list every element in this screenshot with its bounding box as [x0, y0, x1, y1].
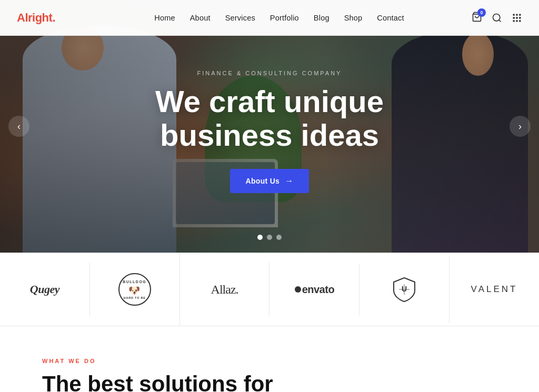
nav-about[interactable]: About — [190, 14, 211, 22]
svg-rect-6 — [516, 17, 517, 18]
svg-rect-8 — [513, 20, 515, 22]
hero-section: Finance & Consulting Company We craft un… — [0, 0, 539, 253]
dot-2[interactable] — [267, 235, 272, 240]
brands-section: Qugey BULLDOG 🐶 HARD TO BE Allaz. envato… — [0, 253, 539, 326]
brand-envato[interactable]: envato — [270, 264, 360, 316]
section-title: The best solutions for — [42, 371, 295, 392]
nav-portfolio[interactable]: Portfolio — [270, 14, 299, 22]
brand-qugey[interactable]: Qugey — [0, 263, 90, 316]
brand-allaz-logo: Allaz. — [211, 283, 238, 297]
svg-rect-3 — [516, 14, 517, 15]
site-logo[interactable]: Alright. — [17, 11, 55, 25]
hero-cta-button[interactable]: About Us → — [230, 169, 310, 193]
hero-title-line1: We craft unique — [155, 84, 384, 118]
svg-rect-7 — [519, 17, 521, 18]
hero-content: Finance & Consulting Company We craft un… — [0, 0, 539, 253]
hero-title: We craft unique business ideas — [155, 85, 384, 152]
slide-dots — [257, 235, 282, 240]
brand-bulldog-logo: BULLDOG 🐶 HARD TO BE — [118, 273, 151, 306]
logo-dot: . — [52, 11, 55, 24]
navbar: Alright. Home About Services Portfolio B… — [0, 0, 539, 36]
hero-arrow-icon: → — [285, 176, 293, 186]
svg-text:U: U — [402, 285, 407, 293]
brand-envato-logo: envato — [295, 284, 334, 296]
dot-3[interactable] — [276, 235, 282, 240]
search-icon[interactable] — [492, 13, 502, 23]
cart-badge: 0 — [477, 8, 486, 17]
brand-bulldog[interactable]: BULLDOG 🐶 HARD TO BE — [90, 253, 180, 326]
brand-shield-logo: U — [391, 276, 418, 303]
hero-subtitle: Finance & Consulting Company — [197, 70, 342, 76]
svg-rect-4 — [519, 14, 521, 15]
logo-text: Alright — [17, 11, 52, 24]
nav-services[interactable]: Services — [225, 14, 255, 22]
nav-blog[interactable]: Blog — [314, 14, 330, 22]
nav-contact[interactable]: Contact — [377, 14, 404, 22]
what-we-do-section: What We Do The best solutions for — [0, 326, 539, 392]
navbar-icons: 0 — [472, 12, 522, 24]
section-title-text: The best solutions for — [42, 371, 273, 392]
chevron-left-icon: ‹ — [17, 121, 21, 132]
svg-rect-10 — [519, 20, 521, 22]
chevron-right-icon: › — [518, 121, 522, 132]
grid-icon[interactable] — [512, 13, 522, 23]
brand-qugey-logo: Qugey — [30, 283, 59, 296]
dot-1[interactable] — [257, 235, 263, 240]
nav-menu: Home About Services Portfolio Blog Shop … — [87, 14, 472, 22]
brand-valent-logo: VALENT — [471, 284, 518, 295]
section-label: What We Do — [42, 358, 497, 364]
svg-rect-5 — [513, 17, 515, 18]
brand-allaz[interactable]: Allaz. — [180, 263, 270, 317]
nav-shop[interactable]: Shop — [344, 14, 363, 22]
brand-shield[interactable]: U — [360, 256, 450, 323]
nav-home[interactable]: Home — [154, 14, 175, 22]
svg-point-1 — [493, 14, 500, 21]
hero-title-line2: business ideas — [160, 118, 379, 152]
cart-button[interactable]: 0 — [472, 12, 482, 24]
svg-rect-2 — [513, 14, 515, 15]
brand-valent[interactable]: VALENT — [450, 264, 539, 315]
svg-rect-9 — [516, 20, 517, 22]
hero-cta-label: About Us — [246, 177, 280, 185]
slide-next-button[interactable]: › — [510, 116, 531, 137]
slide-prev-button[interactable]: ‹ — [8, 116, 29, 137]
